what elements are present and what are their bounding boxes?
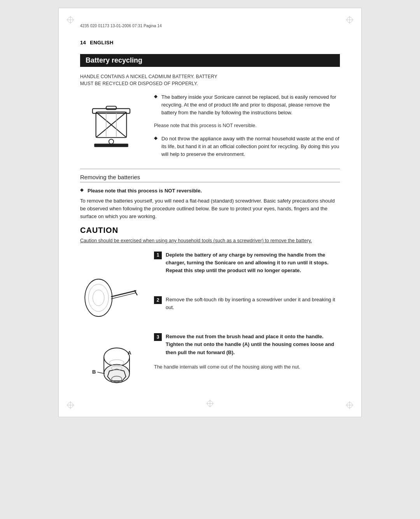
divider-1 <box>80 169 340 169</box>
svg-rect-23 <box>94 144 128 147</box>
step-1-text: Deplete the battery of any charge by rem… <box>166 251 340 274</box>
warning-line2: MUST BE RECYCLED OR DISPOSED OF PROPERLY… <box>80 81 198 86</box>
screwdriver-illustration <box>80 274 138 321</box>
svg-line-38 <box>97 372 105 374</box>
bottom-center-mark <box>206 400 214 409</box>
svg-point-22 <box>109 139 114 144</box>
step-text-area: 1 Deplete the battery of any charge by r… <box>154 251 340 371</box>
svg-point-24 <box>85 279 112 316</box>
bullet-item-1: The battery inside your Sonicare cannot … <box>154 93 340 117</box>
svg-rect-17 <box>106 106 116 110</box>
step-2: 2 Remove the soft-touch rib by inserting… <box>154 296 340 311</box>
bullet-text-3: Please note that this process is NOT rev… <box>88 187 202 195</box>
left-illustrations <box>80 93 146 164</box>
bullet-icon-2 <box>154 136 158 140</box>
step-3-note: The handle internals will come out of th… <box>154 363 340 371</box>
section-title: Battery recycling <box>80 54 340 67</box>
step-3: 3 Remove the nut from the brush head and… <box>154 333 340 356</box>
svg-text:A: A <box>128 350 131 356</box>
bullet-text-2: Do not throw the appliance away with the… <box>161 135 340 158</box>
step-1: 1 Deplete the battery of any charge by r… <box>154 251 340 274</box>
step-2-text: Remove the soft-touch rib by inserting a… <box>166 296 340 311</box>
caution-heading: CAUTION <box>80 226 340 235</box>
step-3-text: Remove the nut from the brush head and p… <box>166 333 340 356</box>
reg-mark-top-left <box>66 16 74 24</box>
reg-mark-top-right <box>346 16 354 24</box>
step-2-badge: 2 <box>154 296 162 304</box>
svg-point-26 <box>93 290 105 306</box>
section-label: ENGLISH <box>90 40 114 45</box>
reg-mark-bottom-left <box>66 401 74 409</box>
bullet-item-3: Please note that this process is NOT rev… <box>80 187 340 195</box>
subheading-removing: Removing the batteries <box>80 174 340 182</box>
page: 4235 020 01173 13-01-2006 07:31 Pagina 1… <box>58 8 362 417</box>
page-number: 14 <box>80 40 86 45</box>
battery-warning: HANDLE CONTAINS A NICKEL CADMIUM BATTERY… <box>80 73 340 87</box>
bullet-icon-1 <box>154 95 158 98</box>
recycling-bin-illustration <box>80 93 142 148</box>
reg-mark-bottom-right <box>346 401 354 409</box>
bullet-text-1: The battery inside your Sonicare cannot … <box>161 93 340 117</box>
page-header: 4235 020 01173 13-01-2006 07:31 Pagina 1… <box>80 24 340 28</box>
handle-nut-illustration: A B <box>80 330 142 392</box>
right-text-area: The battery inside your Sonicare cannot … <box>154 93 340 164</box>
header-text: 4235 020 01173 13-01-2006 07:31 Pagina 1… <box>80 24 162 28</box>
note-1: Please note that this process is NOT rev… <box>154 122 340 129</box>
step-1-badge: 1 <box>154 252 162 259</box>
warning-line1: HANDLE CONTAINS A NICKEL CADMIUM BATTERY… <box>80 74 217 79</box>
bullet-3-body: To remove the batteries yourself, you wi… <box>80 197 340 220</box>
caution-text: Caution should be exercised when using a… <box>80 237 340 245</box>
main-content-area: The battery inside your Sonicare cannot … <box>80 93 340 164</box>
svg-point-30 <box>104 348 130 366</box>
step-illustrations: A B <box>80 251 146 393</box>
svg-point-33 <box>104 364 130 383</box>
steps-content: A B 1 Deplete the battery of any charge … <box>80 251 340 393</box>
svg-text:B: B <box>92 369 96 374</box>
step-3-badge: 3 <box>154 333 162 341</box>
svg-point-25 <box>88 284 108 311</box>
bullet-item-2: Do not throw the appliance away with the… <box>154 135 340 158</box>
bullet-icon-3 <box>80 189 84 192</box>
